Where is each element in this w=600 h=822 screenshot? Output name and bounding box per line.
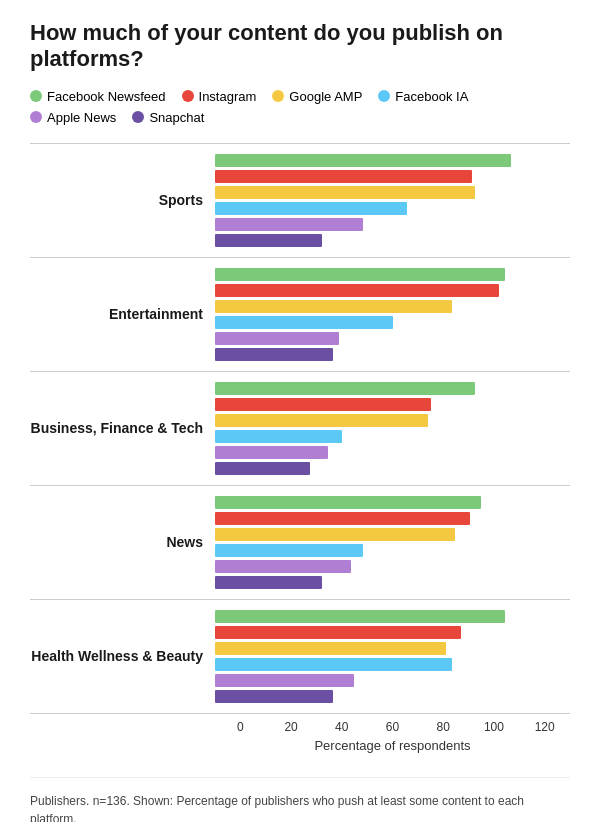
bar	[215, 398, 431, 411]
legend-color-dot	[182, 90, 194, 102]
bar-row	[215, 658, 570, 671]
category-row: Health Wellness & Beauty	[30, 600, 570, 714]
bar	[215, 202, 407, 215]
bar-row	[215, 414, 570, 427]
bars-container	[215, 154, 570, 247]
legend-label: Apple News	[47, 110, 116, 125]
legend-color-dot	[272, 90, 284, 102]
x-tick: 40	[316, 720, 367, 734]
bar	[215, 332, 339, 345]
legend-label: Instagram	[199, 89, 257, 104]
bar	[215, 154, 511, 167]
bar-row	[215, 690, 570, 703]
x-tick: 60	[367, 720, 418, 734]
bar	[215, 674, 354, 687]
legend-color-dot	[132, 111, 144, 123]
bar-row	[215, 382, 570, 395]
x-tick: 80	[418, 720, 469, 734]
bar	[215, 170, 472, 183]
legend-color-dot	[30, 90, 42, 102]
bar-row	[215, 202, 570, 215]
bar	[215, 186, 475, 199]
bar	[215, 430, 342, 443]
category-row: News	[30, 486, 570, 600]
bar	[215, 658, 452, 671]
bar	[215, 626, 461, 639]
legend-item: Snapchat	[132, 110, 204, 125]
chart-title: How much of your content do you publish …	[30, 20, 570, 73]
bar-row	[215, 332, 570, 345]
bar	[215, 560, 351, 573]
bar	[215, 382, 475, 395]
bar-row	[215, 234, 570, 247]
bar-row	[215, 528, 570, 541]
legend-label: Google AMP	[289, 89, 362, 104]
legend-label: Facebook IA	[395, 89, 468, 104]
bar	[215, 610, 505, 623]
x-axis-label: Percentage of respondents	[215, 738, 570, 753]
x-tick: 100	[469, 720, 520, 734]
bars-container	[215, 610, 570, 703]
legend-color-dot	[30, 111, 42, 123]
x-tick: 20	[266, 720, 317, 734]
bar-row	[215, 496, 570, 509]
bar	[215, 512, 470, 525]
bar-row	[215, 218, 570, 231]
bar-row	[215, 430, 570, 443]
bar-row	[215, 398, 570, 411]
bar	[215, 218, 363, 231]
bar-row	[215, 674, 570, 687]
category-row: Entertainment	[30, 258, 570, 372]
bar-row	[215, 544, 570, 557]
bar-row	[215, 348, 570, 361]
bar-row	[215, 268, 570, 281]
category-label: Business, Finance & Tech	[30, 419, 215, 437]
bar	[215, 300, 452, 313]
bar	[215, 316, 393, 329]
x-tick: 0	[215, 720, 266, 734]
bar-row	[215, 560, 570, 573]
bar-row	[215, 170, 570, 183]
bar-row	[215, 154, 570, 167]
legend-item: Google AMP	[272, 89, 362, 104]
category-label: Health Wellness & Beauty	[30, 647, 215, 665]
legend-item: Facebook Newsfeed	[30, 89, 166, 104]
bar	[215, 284, 499, 297]
legend-item: Instagram	[182, 89, 257, 104]
legend-color-dot	[378, 90, 390, 102]
bars-container	[215, 496, 570, 589]
bar-row	[215, 284, 570, 297]
bar-row	[215, 316, 570, 329]
chart-legend: Facebook NewsfeedInstagramGoogle AMPFace…	[30, 89, 570, 125]
x-tick: 120	[519, 720, 570, 734]
bar	[215, 446, 328, 459]
footnote: Publishers. n=136. Shown: Percentage of …	[30, 777, 570, 822]
bar-row	[215, 186, 570, 199]
category-label: Entertainment	[30, 305, 215, 323]
bar	[215, 348, 333, 361]
bar-row	[215, 446, 570, 459]
bars-container	[215, 268, 570, 361]
bars-container	[215, 382, 570, 475]
bar-row	[215, 642, 570, 655]
category-label: News	[30, 533, 215, 551]
category-row: Sports	[30, 144, 570, 258]
category-label: Sports	[30, 191, 215, 209]
legend-item: Apple News	[30, 110, 116, 125]
bar-row	[215, 610, 570, 623]
legend-label: Snapchat	[149, 110, 204, 125]
bar	[215, 496, 481, 509]
legend-item: Facebook IA	[378, 89, 468, 104]
bar	[215, 528, 455, 541]
bar	[215, 576, 322, 589]
bar-row	[215, 576, 570, 589]
bar	[215, 690, 333, 703]
bar-row	[215, 626, 570, 639]
bar	[215, 462, 310, 475]
bar-row	[215, 300, 570, 313]
bar-row	[215, 512, 570, 525]
bar	[215, 268, 505, 281]
bar	[215, 544, 363, 557]
bar	[215, 234, 322, 247]
bar	[215, 642, 446, 655]
